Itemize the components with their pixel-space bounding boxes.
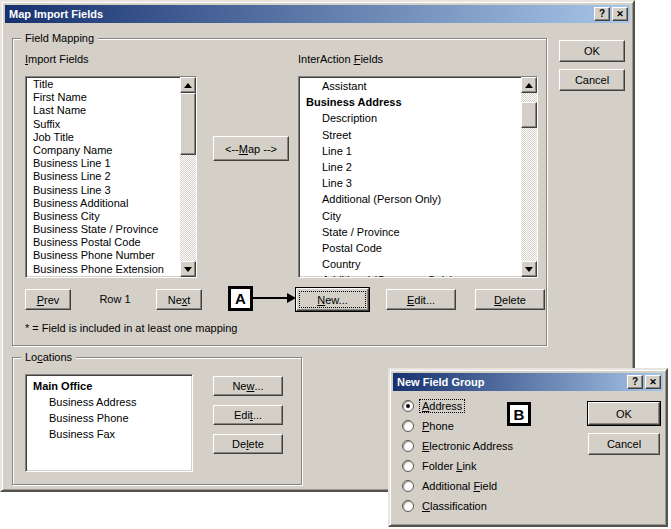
import-field-item[interactable]: Title <box>26 78 180 91</box>
interaction-field-item[interactable]: Line 3 <box>299 175 521 191</box>
location-item[interactable]: Business Fax <box>26 424 192 440</box>
field-group-radio-option[interactable]: Phone <box>402 416 515 436</box>
close-button[interactable]: ✕ <box>612 7 628 21</box>
radio-button-icon[interactable] <box>402 460 414 472</box>
field-group-options: Address Phone Electronic Address Folder … <box>402 396 515 516</box>
help-button[interactable]: ? <box>627 375 643 389</box>
callout-b: B <box>507 402 531 426</box>
scroll-down-button[interactable] <box>180 261 196 277</box>
import-field-item[interactable]: Job Title <box>26 131 180 144</box>
interaction-field-item[interactable]: Additional (Company Only) <box>299 272 521 277</box>
scrollbar-thumb[interactable] <box>180 93 196 155</box>
nfg-dialog-title: New Field Group <box>397 376 484 388</box>
locations-group-label: Locations <box>21 351 76 364</box>
radio-button-icon[interactable] <box>402 500 414 512</box>
scrollbar-track[interactable] <box>521 93 537 102</box>
field-mapping-group: Field Mapping Import Fields Title First … <box>12 38 547 346</box>
delete-mapping-button[interactable]: Delete <box>475 289 545 310</box>
interaction-field-item[interactable]: Street <box>299 127 521 143</box>
radio-button-icon[interactable] <box>402 420 414 432</box>
location-item[interactable]: Business Phone <box>26 408 192 424</box>
interaction-list-scrollbar[interactable] <box>521 77 537 277</box>
interaction-field-item[interactable]: Additional (Person Only) <box>299 191 521 207</box>
scroll-up-button[interactable] <box>180 77 196 93</box>
new-mapping-button[interactable]: New... <box>296 288 369 311</box>
nfg-ok-button[interactable]: OK <box>588 402 660 425</box>
field-group-radio-option[interactable]: Additional Field <box>402 476 515 496</box>
field-group-radio-option[interactable]: Classification <box>402 496 515 516</box>
location-item[interactable]: Business Address <box>26 392 192 408</box>
edit-location-button[interactable]: Edit... <box>213 405 283 425</box>
callout-a-arrow <box>253 297 289 299</box>
locations-group: Locations Main Office Business Address B… <box>12 357 302 485</box>
import-field-item[interactable]: Company Name <box>26 144 180 157</box>
import-field-item[interactable]: Last Name <box>26 104 180 117</box>
callout-a-arrowhead <box>287 293 296 303</box>
interaction-field-item[interactable]: Country <box>299 256 521 272</box>
mapping-note: * = Field is included in at least one ma… <box>25 322 238 334</box>
locations-list[interactable]: Main Office Business Address Business Ph… <box>25 374 193 472</box>
row-indicator: Row 1 <box>85 293 145 305</box>
nfg-titlebar[interactable]: New Field Group ? ✕ <box>393 373 663 391</box>
map-button[interactable]: <-- Map --> <box>213 136 289 161</box>
cancel-button[interactable]: Cancel <box>559 69 625 91</box>
scroll-down-icon <box>184 267 192 272</box>
new-field-group-dialog: New Field Group ? ✕ Address Phone Electr… <box>388 368 668 527</box>
nfg-cancel-button[interactable]: Cancel <box>588 433 660 455</box>
location-item[interactable]: Main Office <box>26 376 192 392</box>
callout-a: A <box>228 286 253 311</box>
interaction-fields-list[interactable]: Assistant Business Address Description S… <box>298 76 538 278</box>
help-button[interactable]: ? <box>594 7 610 21</box>
scroll-up-button[interactable] <box>521 77 537 93</box>
import-field-item[interactable]: Business State / Province <box>26 223 180 236</box>
delete-location-button[interactable]: Delete <box>213 434 283 454</box>
import-field-item[interactable]: First Name <box>26 91 180 104</box>
interaction-field-item[interactable]: Business Address <box>299 94 521 110</box>
import-field-item[interactable]: Business Line 3 <box>26 184 180 197</box>
import-field-item[interactable]: Business Postal Code <box>26 236 180 249</box>
radio-button-icon[interactable] <box>402 440 414 452</box>
scrollbar-track[interactable] <box>521 128 537 261</box>
scrollbar-track[interactable] <box>180 155 196 261</box>
import-list-scrollbar[interactable] <box>180 77 196 277</box>
field-mapping-group-label: Field Mapping <box>21 32 98 45</box>
field-group-radio-option[interactable]: Address <box>402 396 515 416</box>
interaction-field-item[interactable]: Postal Code <box>299 240 521 256</box>
interaction-field-item[interactable]: Assistant <box>299 78 521 94</box>
scroll-up-icon <box>184 83 192 88</box>
interaction-field-item[interactable]: Line 2 <box>299 159 521 175</box>
scroll-down-button[interactable] <box>521 261 537 277</box>
interaction-field-item[interactable]: Line 1 <box>299 143 521 159</box>
import-field-item[interactable]: Business Line 1 <box>26 157 180 170</box>
scroll-up-icon <box>525 83 533 88</box>
interaction-field-item[interactable]: State / Province <box>299 224 521 240</box>
import-field-item[interactable]: Suffix <box>26 118 180 131</box>
new-location-button[interactable]: New... <box>213 376 283 396</box>
import-field-item[interactable]: Business Phone Number <box>26 249 180 262</box>
main-titlebar[interactable]: Map Import Fields ? ✕ <box>5 5 630 23</box>
field-group-radio-option[interactable]: Folder Link <box>402 456 515 476</box>
close-button[interactable]: ✕ <box>645 375 661 389</box>
interaction-fields-label: InterAction Fields <box>298 53 383 65</box>
import-field-item[interactable]: Business City <box>26 210 180 223</box>
radio-button-icon[interactable] <box>402 480 414 492</box>
edit-mapping-button[interactable]: Edit... <box>386 289 456 310</box>
prev-row-button[interactable]: Prev <box>25 289 71 310</box>
radio-button-icon[interactable] <box>402 400 414 412</box>
interaction-field-item[interactable]: City <box>299 208 521 224</box>
main-dialog-title: Map Import Fields <box>9 8 103 20</box>
import-field-item[interactable]: Business Additional <box>26 197 180 210</box>
import-fields-label: Import Fields <box>25 53 89 65</box>
ok-button[interactable]: OK <box>559 40 625 62</box>
scrollbar-thumb[interactable] <box>521 102 537 128</box>
import-field-item[interactable]: Business Phone Extension <box>26 263 180 276</box>
interaction-field-item[interactable]: Description <box>299 110 521 126</box>
next-row-button[interactable]: Next <box>156 289 202 310</box>
import-fields-list[interactable]: Title First Name Last Name Suffix <box>25 76 197 278</box>
import-field-item[interactable]: Business Line 2 <box>26 170 180 183</box>
field-group-radio-option[interactable]: Electronic Address <box>402 436 515 456</box>
scroll-down-icon <box>525 267 533 272</box>
